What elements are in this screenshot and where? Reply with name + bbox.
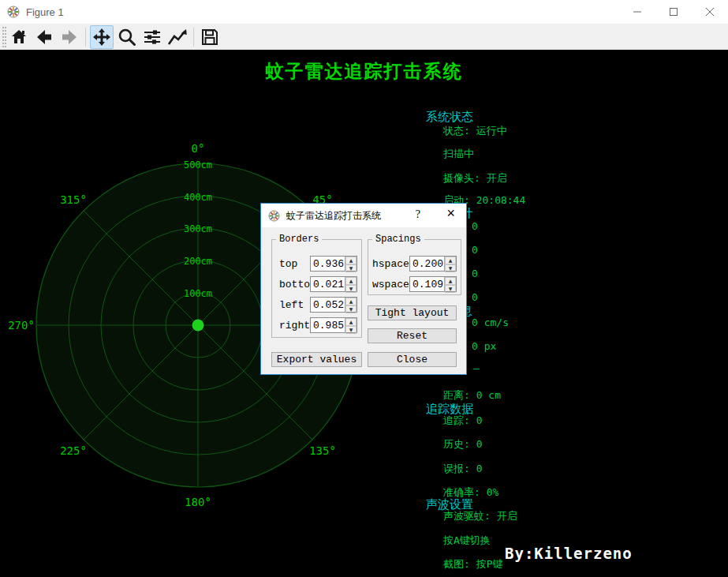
angle-label-270: 270° [8,319,35,332]
toolbar-separator [85,28,86,47]
subplot-config-dialog: 蚊子雷达追踪打击系统 ? × Borders top ▲▼ bottom [260,203,467,375]
sliders-icon [143,28,162,47]
hspace-spinbox[interactable]: ▲▼ [409,256,457,272]
dialog-help-button[interactable]: ? [416,208,420,221]
dialog-close-icon[interactable]: × [446,206,455,222]
wspace-spinbox[interactable]: ▲▼ [409,276,457,292]
window-title: Figure 1 [26,6,64,18]
right-input[interactable] [311,318,345,332]
bottom-spinner[interactable]: ▲▼ [345,277,357,291]
radius-label-400cm: 400cm [184,192,212,203]
status-line-keyA: 按A键切换 [443,534,491,548]
top-spinbox[interactable]: ▲▼ [310,256,357,272]
spin-down-icon[interactable]: ▼ [345,264,357,272]
configure-subplots-button[interactable] [140,25,164,49]
edit-axes-button[interactable] [166,25,189,49]
wspace-spinner[interactable]: ▲▼ [444,277,456,291]
hspace-label: hspace [372,258,409,270]
spin-up-icon[interactable]: ▲ [345,277,357,285]
status-line-scanning: 扫描中 [443,147,474,161]
spin-down-icon[interactable]: ▼ [345,285,357,293]
bottom-spinbox[interactable]: ▲▼ [310,276,357,292]
save-button[interactable] [198,25,222,49]
export-values-button[interactable]: Export values [271,352,362,367]
radius-label-300cm: 300cm [184,223,212,234]
dialog-close-button[interactable]: Close [368,352,457,367]
spacings-legend: Spacings [372,234,424,245]
figure-canvas[interactable]: 蚊子雷达追踪打击系统 0° 45° 90° 135° 180° 225° 270… [0,50,728,577]
status-line-falsealarm: 误报: 0 [443,462,482,476]
maximize-button[interactable] [655,0,692,24]
toolbar-grip[interactable] [2,27,6,47]
zoom-button[interactable] [115,25,139,49]
angle-label-135: 135° [309,444,336,457]
figure-window: Figure 1 [0,0,728,577]
spin-down-icon[interactable]: ▼ [445,285,456,293]
status-fragment-zero: 0 [472,220,478,232]
spin-up-icon[interactable]: ▲ [445,277,456,285]
status-fragment-dash: — [473,362,480,374]
right-spinner[interactable]: ▲▼ [345,318,357,332]
status-line-camera: 摄像头: 开启 [443,171,507,185]
line-chart-icon [167,28,188,47]
hspace-spinner[interactable]: ▲▼ [444,257,456,271]
minimize-button[interactable] [619,0,655,24]
close-button[interactable] [692,0,728,24]
left-input[interactable] [311,298,345,312]
radar-center-dot [192,320,204,332]
wspace-label: wspace [372,279,409,290]
spin-up-icon[interactable]: ▲ [345,257,357,264]
top-spinner[interactable]: ▲▼ [345,257,357,271]
top-label: top [279,258,297,270]
left-label: left [279,299,304,311]
status-line-state: 状态: 运行中 [443,124,507,138]
spin-up-icon[interactable]: ▲ [345,298,357,305]
wspace-input[interactable] [410,277,444,291]
back-button[interactable] [32,25,56,49]
home-button[interactable] [7,25,31,49]
status-fragment-speed: 0 cm/s [472,317,509,328]
pan-button[interactable] [90,25,114,49]
tight-layout-button[interactable]: Tight layout [368,305,457,320]
left-spinbox[interactable]: ▲▼ [310,297,357,313]
spin-down-icon[interactable]: ▼ [445,264,456,272]
forward-button[interactable] [58,25,81,49]
matplotlib-logo-icon [7,6,20,18]
status-fragment-zero: 0 [472,291,478,303]
status-line-track: 追踪: 0 [443,414,482,428]
status-fragment-zero: 0 [472,244,478,256]
toolbar-separator [193,28,194,47]
matplotlib-logo-icon [268,210,280,222]
spin-up-icon[interactable]: ▲ [445,257,456,264]
dialog-body: Borders top ▲▼ bottom ▲▼ [261,227,466,374]
matplotlib-toolbar [0,24,728,50]
top-input[interactable] [311,257,345,271]
spin-down-icon[interactable]: ▼ [345,326,357,334]
right-spinbox[interactable]: ▲▼ [310,317,357,333]
back-arrow-icon [35,28,54,47]
pan-icon [92,28,111,47]
spin-up-icon[interactable]: ▲ [345,318,357,326]
status-fragment-px: 0 px [472,340,496,352]
spin-down-icon[interactable]: ▼ [345,305,357,313]
angle-label-0: 0° [192,142,205,155]
dialog-titlebar[interactable]: 蚊子雷达追踪打击系统 ? × [261,204,466,227]
status-line-distance: 距离: 0 cm [443,388,501,403]
bottom-input[interactable] [311,277,345,291]
reset-button[interactable]: Reset [368,328,457,343]
radius-label-500cm: 500cm [184,159,212,170]
spacings-group: Spacings hspace ▲▼ wspace ▲▼ [368,234,461,295]
left-spinner[interactable]: ▲▼ [345,298,357,312]
status-line-repellent: 声波驱蚊: 开启 [443,509,517,523]
status-header-system: 系统状态 [426,110,473,125]
status-line-screenshot: 截图: 按P键 [443,557,502,571]
status-line-history: 历史: 0 [443,437,482,451]
save-floppy-icon [200,28,219,47]
radius-label-200cm: 200cm [184,256,212,267]
borders-legend: Borders [276,234,322,245]
home-icon [9,28,28,47]
angle-label-180: 180° [185,496,211,508]
hspace-input[interactable] [410,257,444,271]
dialog-title: 蚊子雷达追踪打击系统 [286,209,381,223]
right-label: right [279,320,310,332]
